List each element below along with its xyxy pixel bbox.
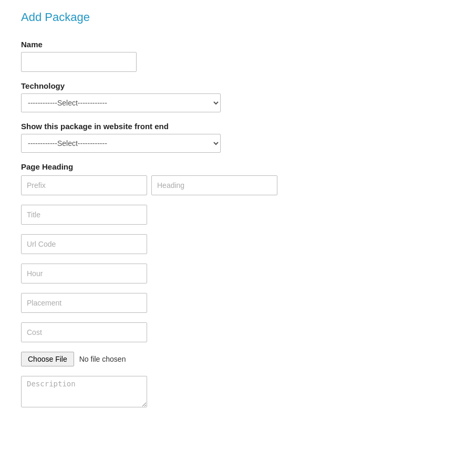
name-group: Name bbox=[21, 40, 455, 72]
title-group bbox=[21, 205, 455, 225]
heading-input[interactable] bbox=[151, 175, 277, 195]
show-frontend-label: Show this package in website front end bbox=[21, 122, 455, 131]
placement-group bbox=[21, 293, 455, 313]
technology-label: Technology bbox=[21, 81, 455, 90]
file-upload-group: Choose File No file chosen bbox=[21, 352, 455, 366]
hour-group bbox=[21, 264, 455, 283]
page-heading-label: Page Heading bbox=[21, 162, 455, 171]
page-heading-group: Page Heading bbox=[21, 162, 455, 195]
placement-input[interactable] bbox=[21, 293, 147, 313]
page-title: Add Package bbox=[21, 10, 455, 24]
description-input[interactable] bbox=[21, 376, 147, 407]
title-input[interactable] bbox=[21, 205, 147, 225]
description-group bbox=[21, 376, 455, 409]
technology-group: Technology ------------Select-----------… bbox=[21, 81, 455, 112]
name-label: Name bbox=[21, 40, 455, 49]
url-code-input[interactable] bbox=[21, 234, 147, 254]
choose-file-button[interactable]: Choose File bbox=[21, 352, 74, 366]
cost-group bbox=[21, 322, 455, 342]
hour-input[interactable] bbox=[21, 264, 147, 283]
heading-row bbox=[21, 175, 455, 195]
no-file-label: No file chosen bbox=[79, 355, 126, 363]
name-input[interactable] bbox=[21, 52, 137, 72]
url-code-group bbox=[21, 234, 455, 254]
show-frontend-group: Show this package in website front end -… bbox=[21, 122, 455, 153]
prefix-input[interactable] bbox=[21, 175, 147, 195]
technology-select[interactable]: ------------Select------------ bbox=[21, 93, 221, 112]
show-frontend-select[interactable]: ------------Select------------ bbox=[21, 134, 221, 153]
cost-input[interactable] bbox=[21, 322, 147, 342]
